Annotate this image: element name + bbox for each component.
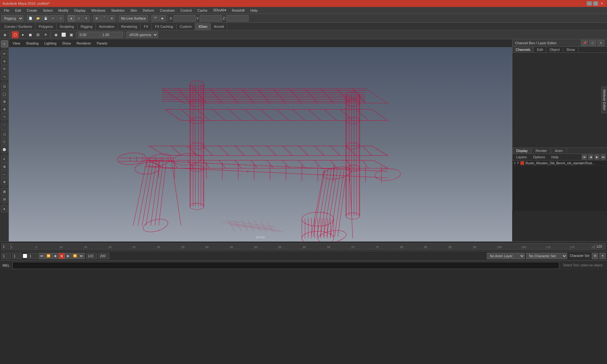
layer-nav-last[interactable]: ⏭ bbox=[601, 155, 606, 160]
menu-help[interactable]: Help bbox=[248, 8, 260, 13]
curve-tool-button[interactable]: ⌒ bbox=[1, 123, 8, 130]
character-set-dropdown[interactable]: No Character Set bbox=[526, 253, 567, 259]
character-set-arrow-button[interactable]: ▾ bbox=[599, 253, 606, 259]
new-file-button[interactable]: 📄 bbox=[27, 15, 34, 21]
tab-custom[interactable]: Custom bbox=[177, 23, 195, 30]
layer-playback[interactable]: P bbox=[517, 161, 519, 165]
menu-constrain[interactable]: Constrain bbox=[157, 8, 177, 13]
stop-button[interactable]: ■ bbox=[58, 253, 65, 259]
snap-button[interactable]: ⊗ bbox=[1, 178, 8, 185]
workspace-dropdown[interactable]: Rigging bbox=[1, 15, 23, 21]
timeline-ruler[interactable]: 1 5 10 15 20 25 30 35 40 45 50 55 60 bbox=[11, 243, 595, 250]
light-icon[interactable]: ☀ bbox=[42, 31, 49, 38]
grid-tool-button[interactable]: ⊞ bbox=[1, 163, 8, 170]
close-button[interactable]: ✕ bbox=[599, 1, 604, 6]
redo-button[interactable]: ↪ bbox=[57, 15, 64, 21]
playback-end-field[interactable] bbox=[86, 253, 97, 259]
x-field[interactable] bbox=[174, 15, 196, 21]
save-file-button[interactable]: 💾 bbox=[42, 15, 49, 21]
play-back-button[interactable]: ◀ bbox=[52, 253, 58, 259]
viewport-show-menu[interactable]: Show bbox=[60, 41, 74, 46]
layer-nav-first[interactable]: ⏮ bbox=[582, 155, 587, 160]
tab-animation[interactable]: Animation bbox=[96, 23, 118, 30]
select-tool-button[interactable]: ◈ bbox=[68, 15, 75, 21]
tab-fx[interactable]: FX bbox=[141, 23, 152, 30]
color-space-dropdown[interactable]: sRGB gamma bbox=[126, 32, 158, 38]
anim-layer-dropdown[interactable]: No Anim Layer bbox=[487, 253, 525, 259]
timeline-end-field[interactable] bbox=[595, 243, 606, 250]
open-file-button[interactable]: 📂 bbox=[34, 15, 41, 21]
layer-item[interactable]: V P Rustic_Wooden_Old_Bench_mb_standart:… bbox=[512, 161, 607, 166]
move-tool-button[interactable]: ✛ bbox=[83, 15, 90, 21]
tab-sculpting[interactable]: Sculpting bbox=[57, 23, 77, 30]
attribute-editor-tab[interactable]: Attribute Editor bbox=[601, 87, 607, 113]
snap-point-button[interactable]: ⊕ bbox=[108, 15, 115, 21]
isolate-icon[interactable]: ◉ bbox=[52, 31, 59, 38]
undo-button[interactable]: ↩ bbox=[50, 15, 57, 21]
go-to-start-button[interactable]: ⏮ bbox=[39, 253, 45, 259]
menu-3dtool[interactable]: 3DtoAll▾ bbox=[211, 8, 229, 13]
go-to-end-button[interactable]: ⏭ bbox=[78, 253, 85, 259]
channel-box-close-button[interactable]: ✕ bbox=[598, 40, 604, 46]
menu-windows[interactable]: Windows bbox=[89, 8, 108, 13]
step-forward-button[interactable]: ⏩ bbox=[72, 253, 78, 259]
viewport[interactable]: .wire { stroke: #cc0033; stroke-width: 1… bbox=[9, 47, 512, 241]
poly-tool-button[interactable]: ⬡ bbox=[1, 138, 8, 145]
viewport-lighting-menu[interactable]: Lighting bbox=[42, 41, 59, 46]
playback-start-field[interactable] bbox=[12, 253, 21, 259]
cluster-button[interactable]: ⊕ bbox=[1, 106, 8, 112]
custom-transform-button[interactable]: ⊡ bbox=[1, 83, 8, 90]
viewport-view-menu[interactable]: View bbox=[10, 41, 23, 46]
menu-modify[interactable]: Modify bbox=[56, 8, 71, 13]
maximize-button[interactable]: □ bbox=[593, 1, 598, 6]
deform-button[interactable]: ∿ bbox=[1, 113, 8, 120]
menu-create[interactable]: Create bbox=[24, 8, 40, 13]
layer-nav-prev[interactable]: ◀ bbox=[588, 155, 593, 160]
extra-tool-1[interactable]: ⊠ bbox=[1, 188, 8, 195]
render-button[interactable]: 🎬 bbox=[151, 15, 158, 21]
timeline-start-field[interactable] bbox=[1, 243, 11, 250]
character-set-settings-button[interactable]: ⚙ bbox=[592, 253, 598, 259]
minimize-button[interactable]: – bbox=[587, 1, 592, 6]
menu-display[interactable]: Display bbox=[72, 8, 88, 13]
measure-button[interactable]: ↔ bbox=[1, 171, 8, 178]
tab-polygons[interactable]: Polygons bbox=[35, 23, 56, 30]
resolution-gate-icon[interactable]: ⬜ bbox=[60, 31, 67, 38]
menu-skin[interactable]: Skin bbox=[128, 8, 139, 13]
tab-show[interactable]: Show bbox=[563, 47, 579, 52]
viewport-panels-menu[interactable]: Panels bbox=[94, 41, 110, 46]
menu-edit[interactable]: Edit bbox=[13, 8, 24, 13]
surface-tool-button[interactable]: ◻ bbox=[1, 130, 8, 137]
flat-shade-icon[interactable]: ◼ bbox=[27, 31, 34, 38]
select-mode-button[interactable]: ↖ bbox=[1, 40, 8, 47]
lattice-button[interactable]: ⊞ bbox=[1, 98, 8, 105]
move-tool-left-button[interactable]: ✛ bbox=[1, 58, 8, 65]
tab-rendering[interactable]: Rendering bbox=[118, 23, 141, 30]
menu-deform[interactable]: Deform bbox=[140, 8, 157, 13]
tab-curves-surfaces[interactable]: Curves / Surfaces bbox=[1, 23, 35, 30]
step-back-button[interactable]: ⏪ bbox=[45, 253, 52, 259]
extra-tool-2[interactable]: ⊟ bbox=[1, 196, 8, 203]
value-field-1[interactable] bbox=[78, 32, 100, 38]
smooth-shade-icon[interactable]: ● bbox=[19, 31, 26, 38]
z-field[interactable] bbox=[226, 15, 248, 21]
render-region-icon[interactable]: ▣ bbox=[68, 31, 75, 38]
viewport-shading-menu[interactable]: Shading bbox=[23, 41, 41, 46]
layer-nav-next[interactable]: ▶ bbox=[594, 155, 599, 160]
render-tab-anim[interactable]: Anim bbox=[551, 148, 567, 154]
rotate-tool-button[interactable]: ↻ bbox=[1, 65, 8, 72]
menu-cache[interactable]: Cache bbox=[195, 8, 210, 13]
paint-tool-button[interactable]: ✏ bbox=[1, 50, 8, 57]
sub-tab-layers[interactable]: Layers bbox=[514, 155, 529, 159]
layer-visibility[interactable]: V bbox=[514, 161, 516, 165]
scale-tool-button[interactable]: ⤡ bbox=[1, 73, 8, 80]
range-end-field[interactable] bbox=[98, 253, 109, 259]
no-live-surface-button[interactable]: No Live Surface bbox=[119, 15, 148, 21]
ipr-button[interactable]: ▶ bbox=[159, 15, 166, 21]
more-tools-button[interactable]: ▾ bbox=[1, 205, 8, 212]
snap-grid-button[interactable]: ⊞ bbox=[93, 15, 100, 21]
mode-select-icon[interactable]: ◈ bbox=[1, 31, 8, 38]
menu-select[interactable]: Select bbox=[40, 8, 55, 13]
menu-file[interactable]: File bbox=[1, 8, 12, 13]
menu-skeleton[interactable]: Skeleton bbox=[108, 8, 127, 13]
